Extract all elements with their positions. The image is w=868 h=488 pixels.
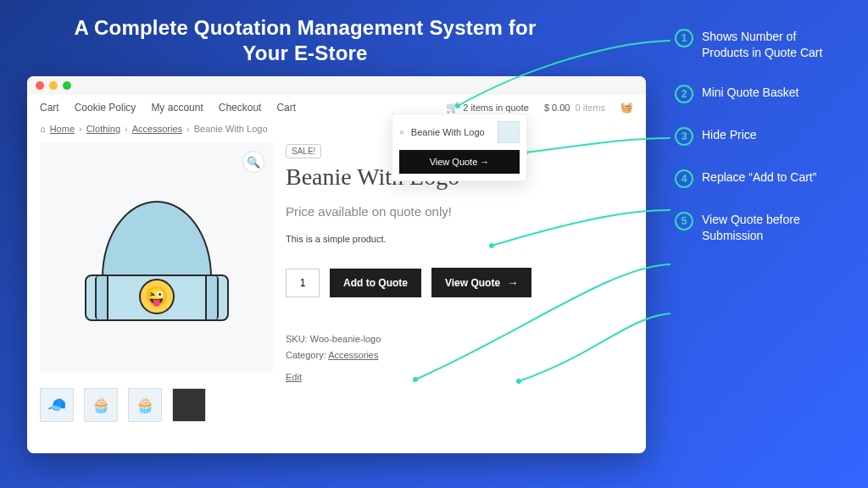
quote-summary-text: 2 items in quote xyxy=(463,103,529,113)
basket-icon[interactable] xyxy=(620,102,633,114)
product-details: SALE! Beanie With Logo Price available o… xyxy=(286,142,633,422)
thumbnail-1[interactable]: 🧢 xyxy=(40,388,74,422)
annotation-text-4: Replace “Add to Cart” xyxy=(702,169,816,186)
hero-title: A Complete Quotation Management System f… xyxy=(68,15,542,66)
annotation-5: 5 View Quote before Submission xyxy=(675,212,844,244)
emoji-patch-icon: 😜 xyxy=(139,279,175,314)
thumbnail-2[interactable]: 🧁 xyxy=(84,388,118,422)
top-nav: Cart Cookie Policy My account Checkout C… xyxy=(27,95,646,119)
thumbnail-4[interactable] xyxy=(172,388,206,422)
nav-cart-2[interactable]: Cart xyxy=(276,102,296,114)
annotation-badge-4: 4 xyxy=(675,169,693,188)
cart-icon xyxy=(446,102,459,114)
chevron-right-icon xyxy=(186,124,190,134)
quantity-stepper[interactable] xyxy=(286,269,320,297)
category-link[interactable]: Accessories xyxy=(328,350,378,360)
nav-checkout[interactable]: Checkout xyxy=(219,102,262,114)
annotation-1: 1 Shows Number of Products in Quote Cart xyxy=(675,29,844,61)
annotation-badge-1: 1 xyxy=(675,29,693,47)
nav-cart[interactable]: Cart xyxy=(40,102,59,114)
window-maximize-icon[interactable] xyxy=(63,81,71,90)
buy-row: Add to Quote View Quote xyxy=(286,268,633,297)
sku-line: SKU: Woo-beanie-logo xyxy=(286,331,633,347)
window-minimize-icon[interactable] xyxy=(49,81,58,90)
annotation-2: 2 Mini Quote Basket xyxy=(675,85,844,103)
nav-cookie-policy[interactable]: Cookie Policy xyxy=(75,102,136,114)
thumbnail-3[interactable]: 🧁 xyxy=(128,388,162,422)
annotation-text-2: Mini Quote Basket xyxy=(702,85,798,101)
cart-summary[interactable]: $ 0.00 0 items xyxy=(544,103,605,113)
cart-price: $ 0.00 xyxy=(544,103,570,113)
remove-item-icon[interactable]: × xyxy=(399,128,404,137)
view-quote-button[interactable]: View Quote xyxy=(431,268,531,297)
product-description: This is a simple product. xyxy=(286,234,633,244)
zoom-icon[interactable]: 🔍 xyxy=(242,151,264,173)
crumb-home[interactable]: Home xyxy=(50,124,75,134)
mini-basket-item: × Beanie With Logo xyxy=(399,121,520,143)
annotation-badge-5: 5 xyxy=(675,212,693,230)
crumb-clothing[interactable]: Clothing xyxy=(86,124,120,134)
home-icon xyxy=(40,124,46,134)
annotation-badge-3: 3 xyxy=(675,127,693,146)
category-prefix: Category: xyxy=(286,350,328,360)
cart-items: 0 items xyxy=(576,103,605,113)
sku-prefix: SKU: xyxy=(286,334,310,344)
quote-summary[interactable]: 2 items in quote xyxy=(446,102,529,114)
window-titlebar xyxy=(27,76,646,95)
breadcrumb: Home Clothing Accessories Beanie With Lo… xyxy=(27,119,646,142)
mini-basket-thumb xyxy=(498,121,520,143)
sale-badge: SALE! xyxy=(286,144,321,158)
annotation-text-3: Hide Price xyxy=(702,127,757,143)
nav-right: 2 items in quote $ 0.00 0 items xyxy=(446,102,633,114)
annotation-4: 4 Replace “Add to Cart” xyxy=(675,169,844,188)
annotations-panel: 1 Shows Number of Products in Quote Cart… xyxy=(675,29,844,244)
mini-basket-view-quote-button[interactable]: View Quote xyxy=(399,150,520,174)
price-message: Price available on quote only! xyxy=(286,204,633,219)
browser-window: Cart Cookie Policy My account Checkout C… xyxy=(27,76,646,453)
product-main-image[interactable]: 🔍 😜 xyxy=(40,142,273,373)
annotation-3: 3 Hide Price xyxy=(675,127,844,146)
add-to-quote-button[interactable]: Add to Quote xyxy=(330,269,421,297)
sku-value: Woo-beanie-logo xyxy=(310,334,381,344)
nav-my-account[interactable]: My account xyxy=(151,102,203,114)
edit-link[interactable]: Edit xyxy=(286,369,302,385)
annotation-badge-2: 2 xyxy=(675,85,693,103)
product-gallery: 🔍 😜 🧢 🧁 🧁 xyxy=(40,142,273,422)
category-line: Category: Accessories xyxy=(286,347,633,363)
chevron-right-icon xyxy=(79,124,82,134)
mini-basket-item-label: Beanie With Logo xyxy=(411,127,485,137)
mini-quote-basket: × Beanie With Logo View Quote xyxy=(392,114,527,181)
product-meta: SKU: Woo-beanie-logo Category: Accessori… xyxy=(286,331,633,385)
chevron-right-icon xyxy=(125,124,128,134)
annotation-text-1: Shows Number of Products in Quote Cart xyxy=(702,29,844,61)
crumb-accessories[interactable]: Accessories xyxy=(132,124,182,134)
product-content: 🔍 😜 🧢 🧁 🧁 SALE! Beanie With Logo Price a… xyxy=(27,142,646,435)
product-thumbnails: 🧢 🧁 🧁 xyxy=(40,388,273,422)
product-illustration: 😜 xyxy=(85,194,229,321)
crumb-current: Beanie With Logo xyxy=(194,124,268,134)
annotation-text-5: View Quote before Submission xyxy=(702,212,844,244)
window-close-icon[interactable] xyxy=(36,81,44,90)
